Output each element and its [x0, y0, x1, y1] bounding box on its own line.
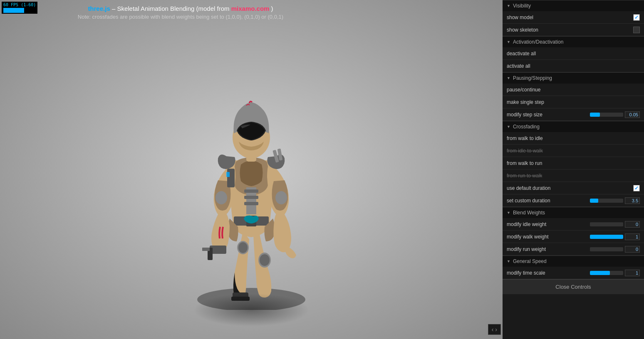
title-area: three.js – Skeletal Animation Blending (…	[0, 5, 361, 20]
time-scale-slider-track[interactable]	[590, 271, 623, 275]
svg-point-4	[260, 254, 270, 266]
run-weight-value: 0	[625, 246, 640, 253]
step-size-value: 0.05	[625, 111, 640, 118]
svg-rect-6	[244, 196, 258, 199]
from-idle-to-walk-row[interactable]: from idle to walk	[503, 145, 644, 157]
title-post: )	[271, 5, 273, 12]
svg-point-10	[215, 191, 227, 204]
show-skeleton-label: show skeleton	[507, 27, 633, 33]
set-custom-duration-label: set custom duration	[507, 198, 590, 204]
from-walk-to-idle-label: from walk to idle	[507, 135, 640, 141]
section-pausing[interactable]: Pausing/Stepping	[503, 72, 644, 84]
modify-idle-weight-row: modify idle weight 0	[503, 218, 644, 231]
mixamo-link[interactable]: mixamo.com	[231, 5, 270, 12]
fps-label: 60 FPS (1-60)	[3, 2, 36, 7]
use-default-duration-row: use default duration	[503, 182, 644, 194]
show-model-label: show model	[507, 15, 633, 20]
walk-weight-slider-track[interactable]	[590, 235, 623, 239]
time-scale-slider-container[interactable]: 1	[590, 270, 640, 276]
expand-icon: ‹ ›	[492, 326, 497, 333]
set-custom-duration-row: set custom duration 3.5	[503, 194, 644, 207]
make-single-step-label: make single step	[507, 99, 640, 105]
from-run-to-walk-label: from run to walk	[507, 173, 640, 179]
right-panel: Visibility show model show skeleton Acti…	[503, 0, 644, 339]
custom-duration-slider-fill	[590, 199, 598, 203]
svg-rect-20	[226, 172, 230, 177]
show-model-checkbox[interactable]	[633, 14, 640, 21]
activate-all-label: activate all	[507, 63, 640, 69]
blend-weights-label: Blend Weights	[513, 210, 545, 216]
step-size-slider-track[interactable]	[590, 113, 623, 117]
character-shadow	[193, 293, 310, 327]
modify-step-size-label: modify step size	[507, 112, 590, 118]
pausing-label: Pausing/Stepping	[513, 75, 552, 81]
modify-time-scale-row: modify time scale 1	[503, 267, 644, 279]
section-blend-weights[interactable]: Blend Weights	[503, 207, 644, 218]
from-walk-to-run-row[interactable]: from walk to run	[503, 157, 644, 170]
idle-weight-slider-container[interactable]: 0	[590, 221, 640, 228]
activation-label: Activation/Deactivation	[513, 39, 563, 45]
show-skeleton-row: show skeleton	[503, 24, 644, 36]
walk-weight-slider-container[interactable]: 1	[590, 233, 640, 240]
walk-weight-value: 1	[625, 233, 640, 240]
make-single-step-row[interactable]: make single step	[503, 96, 644, 108]
svg-rect-5	[244, 189, 258, 193]
threejs-text: three.js	[88, 5, 110, 12]
from-idle-to-walk-label: from idle to walk	[507, 148, 640, 154]
svg-point-22	[238, 242, 248, 253]
modify-walk-weight-label: modify walk weight	[507, 234, 590, 240]
svg-rect-7	[244, 202, 258, 205]
character-container	[172, 61, 330, 327]
character-model	[185, 69, 318, 310]
idle-weight-slider-track[interactable]	[590, 222, 623, 226]
run-weight-slider-track[interactable]	[590, 247, 623, 251]
section-visibility[interactable]: Visibility	[503, 0, 644, 11]
custom-duration-slider-container[interactable]: 3.5	[590, 197, 640, 204]
from-run-to-walk-row[interactable]: from run to walk	[503, 170, 644, 182]
idle-weight-value: 0	[625, 221, 640, 228]
walk-weight-slider-fill	[590, 235, 623, 239]
modify-run-weight-label: modify run weight	[507, 246, 590, 252]
activate-all-row[interactable]: activate all	[503, 60, 644, 72]
time-scale-slider-fill	[590, 271, 610, 275]
svg-rect-13	[202, 248, 210, 251]
svg-point-14	[275, 191, 287, 204]
section-crossfading[interactable]: Crossfading	[503, 121, 644, 132]
time-scale-value: 1	[625, 270, 640, 276]
expand-toggle[interactable]: ‹ ›	[488, 324, 501, 335]
pause-continue-row[interactable]: pause/continue	[503, 84, 644, 96]
title-line2: Note: crossfades are possible with blend…	[0, 14, 361, 20]
step-size-slider-container[interactable]: 0.05	[590, 111, 640, 118]
deactivate-all-row[interactable]: deactivate all	[503, 47, 644, 60]
fps-bar	[3, 8, 24, 13]
close-controls-button[interactable]: Close Controls	[503, 279, 644, 294]
deactivate-all-label: deactivate all	[507, 51, 640, 56]
run-weight-slider-container[interactable]: 0	[590, 246, 640, 253]
fps-counter: 60 FPS (1-60)	[2, 2, 37, 14]
modify-run-weight-row: modify run weight 0	[503, 243, 644, 255]
custom-duration-slider-track[interactable]	[590, 199, 623, 203]
use-default-duration-checkbox[interactable]	[633, 185, 640, 192]
visibility-label: Visibility	[513, 3, 531, 9]
from-walk-to-idle-row[interactable]: from walk to idle	[503, 132, 644, 145]
section-general-speed[interactable]: General Speed	[503, 255, 644, 267]
crossfading-label: Crossfading	[513, 124, 540, 130]
show-skeleton-checkbox[interactable]	[633, 27, 640, 33]
canvas-area: 60 FPS (1-60) three.js – Skeletal Animat…	[0, 0, 503, 339]
modify-walk-weight-row: modify walk weight 1	[503, 231, 644, 243]
title-sep: – Skeletal Animation Blending (model fro…	[112, 5, 231, 12]
use-default-duration-label: use default duration	[507, 185, 633, 191]
modify-step-size-row: modify step size 0.05	[503, 108, 644, 121]
svg-rect-19	[227, 169, 235, 187]
general-speed-label: General Speed	[513, 258, 547, 264]
step-size-slider-fill	[590, 113, 600, 117]
pause-continue-label: pause/continue	[507, 87, 640, 93]
modify-idle-weight-label: modify idle weight	[507, 221, 590, 227]
from-walk-to-run-label: from walk to run	[507, 160, 640, 166]
modify-time-scale-label: modify time scale	[507, 270, 590, 276]
custom-duration-value: 3.5	[625, 197, 640, 204]
show-model-row: show model	[503, 11, 644, 24]
section-activation[interactable]: Activation/Deactivation	[503, 36, 644, 47]
title-line1: three.js – Skeletal Animation Blending (…	[0, 5, 361, 12]
